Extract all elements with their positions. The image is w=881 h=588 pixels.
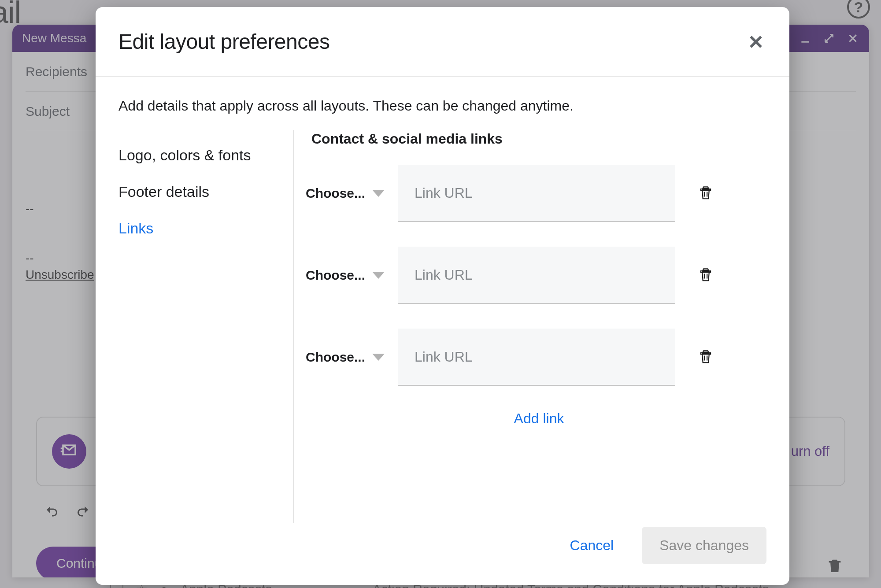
link-type-select[interactable]: Choose... [311, 268, 385, 283]
panel-heading: Contact & social media links [311, 131, 766, 147]
links-panel: Contact & social media links Choose... C… [294, 130, 766, 523]
save-changes-button[interactable]: Save changes [642, 527, 766, 564]
link-url-input[interactable] [398, 247, 675, 304]
link-url-input[interactable] [398, 329, 675, 386]
nav-footer-details[interactable]: Footer details [118, 174, 293, 210]
select-label: Choose... [306, 268, 365, 283]
edit-layout-preferences-dialog: Edit layout preferences Add details that… [96, 7, 789, 585]
add-link-button[interactable]: Add link [311, 410, 766, 427]
delete-link-icon[interactable] [697, 266, 714, 285]
dialog-title: Edit layout preferences [118, 30, 329, 54]
chevron-down-icon [372, 190, 385, 197]
link-url-input[interactable] [398, 165, 675, 222]
select-label: Choose... [306, 186, 365, 201]
link-type-select[interactable]: Choose... [311, 186, 385, 201]
link-type-select[interactable]: Choose... [311, 350, 385, 365]
dialog-footer: Cancel Save changes [96, 523, 789, 585]
dialog-side-nav: Logo, colors & fonts Footer details Link… [118, 130, 294, 523]
dialog-subtitle: Add details that apply across all layout… [96, 77, 789, 130]
dialog-close-button[interactable] [745, 31, 766, 52]
delete-link-icon[interactable] [697, 184, 714, 203]
cancel-button[interactable]: Cancel [559, 531, 625, 560]
link-row: Choose... [311, 165, 766, 222]
nav-links[interactable]: Links [118, 210, 293, 247]
chevron-down-icon [372, 354, 385, 361]
chevron-down-icon [372, 272, 385, 279]
delete-link-icon[interactable] [697, 348, 714, 366]
dialog-header: Edit layout preferences [96, 7, 789, 77]
link-row: Choose... [311, 247, 766, 304]
select-label: Choose... [306, 350, 365, 365]
nav-logo-colors-fonts[interactable]: Logo, colors & fonts [118, 137, 293, 174]
link-row: Choose... [311, 329, 766, 386]
